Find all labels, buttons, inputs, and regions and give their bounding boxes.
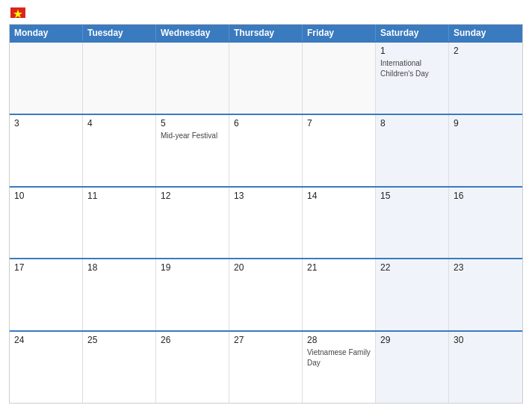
- cal-cell: 9: [449, 115, 522, 186]
- cal-cell: 26: [156, 332, 229, 403]
- cal-cell: 24: [10, 332, 83, 403]
- day-number: 26: [161, 335, 224, 345]
- cal-cell: [303, 43, 376, 114]
- day-number: 12: [161, 191, 224, 201]
- day-number: 21: [307, 262, 371, 273]
- cal-cell: 7: [303, 115, 376, 186]
- cal-cell: 13: [229, 188, 303, 259]
- day-number: 10: [14, 191, 78, 201]
- calendar-page: MondayTuesdayWednesdayThursdayFridaySatu…: [0, 0, 532, 411]
- day-number: 7: [307, 118, 371, 129]
- day-number: 16: [454, 191, 518, 201]
- calendar: MondayTuesdayWednesdayThursdayFridaySatu…: [9, 24, 523, 404]
- day-number: 8: [380, 118, 444, 129]
- cal-cell: 8: [376, 115, 449, 186]
- cal-cell: 22: [376, 259, 449, 330]
- cal-cell: 29: [376, 332, 449, 403]
- event-label: International Children's Day: [380, 59, 429, 78]
- logo: [9, 7, 25, 18]
- header-cell-thursday: Thursday: [229, 25, 303, 41]
- day-number: 11: [87, 191, 151, 201]
- event-label: Mid-year Festival: [161, 132, 217, 140]
- cal-cell: [10, 43, 83, 114]
- week-row-3: 10111213141516: [10, 186, 522, 259]
- day-number: 17: [14, 262, 78, 273]
- day-number: 27: [234, 335, 297, 345]
- cal-cell: 18: [83, 259, 156, 330]
- day-number: 30: [454, 335, 518, 345]
- cal-cell: 11: [83, 188, 156, 259]
- header-cell-friday: Friday: [303, 25, 376, 41]
- cal-cell: 25: [83, 332, 156, 403]
- header-cell-wednesday: Wednesday: [156, 25, 229, 41]
- day-number: 13: [234, 191, 297, 201]
- day-number: 29: [380, 335, 444, 345]
- day-number: 28: [307, 335, 371, 345]
- cal-cell: 15: [376, 188, 449, 259]
- day-number: 3: [14, 118, 78, 129]
- cal-cell: 30: [449, 332, 522, 403]
- cal-cell: [229, 43, 303, 114]
- cal-cell: 27: [229, 332, 303, 403]
- cal-cell: 21: [303, 259, 376, 330]
- cal-cell: 16: [449, 188, 522, 259]
- header-cell-sunday: Sunday: [449, 25, 522, 41]
- day-number: 19: [161, 262, 224, 273]
- cal-cell: 5Mid-year Festival: [156, 115, 229, 186]
- cal-cell: 28Vietnamese Family Day: [303, 332, 376, 403]
- header-cell-monday: Monday: [10, 25, 83, 41]
- day-number: 15: [380, 191, 444, 201]
- day-number: 22: [380, 262, 444, 273]
- cal-cell: 2: [449, 43, 522, 114]
- day-number: 2: [454, 46, 518, 56]
- header-cell-saturday: Saturday: [376, 25, 449, 41]
- calendar-header-row: MondayTuesdayWednesdayThursdayFridaySatu…: [10, 25, 522, 41]
- cal-cell: 14: [303, 188, 376, 259]
- day-number: 4: [87, 118, 151, 129]
- cal-cell: 6: [229, 115, 303, 186]
- day-number: 5: [161, 118, 224, 129]
- week-row-5: 2425262728Vietnamese Family Day2930: [10, 330, 522, 403]
- week-row-2: 345Mid-year Festival6789: [10, 114, 522, 186]
- day-number: 20: [234, 262, 297, 273]
- cal-cell: 12: [156, 188, 229, 259]
- day-number: 1: [380, 46, 444, 56]
- cal-cell: 19: [156, 259, 229, 330]
- cal-cell: [156, 43, 229, 114]
- cal-cell: 20: [229, 259, 303, 330]
- week-row-1: 1International Children's Day2: [10, 41, 522, 114]
- day-number: 24: [14, 335, 78, 345]
- day-number: 25: [87, 335, 151, 345]
- header-cell-tuesday: Tuesday: [83, 25, 156, 41]
- event-label: Vietnamese Family Day: [307, 348, 371, 367]
- cal-cell: 10: [10, 188, 83, 259]
- calendar-body: 1International Children's Day2345Mid-yea…: [10, 41, 522, 403]
- cal-cell: [83, 43, 156, 114]
- day-number: 18: [87, 262, 151, 273]
- cal-cell: 17: [10, 259, 83, 330]
- week-row-4: 17181920212223: [10, 258, 522, 330]
- logo-flag-icon: [10, 7, 25, 18]
- cal-cell: 4: [83, 115, 156, 186]
- cal-cell: 1International Children's Day: [376, 43, 449, 114]
- cal-cell: 23: [449, 259, 522, 330]
- day-number: 9: [454, 118, 518, 129]
- cal-cell: 3: [10, 115, 83, 186]
- day-number: 14: [307, 191, 371, 201]
- day-number: 23: [454, 262, 518, 273]
- day-number: 6: [234, 118, 297, 129]
- header: [9, 7, 523, 18]
